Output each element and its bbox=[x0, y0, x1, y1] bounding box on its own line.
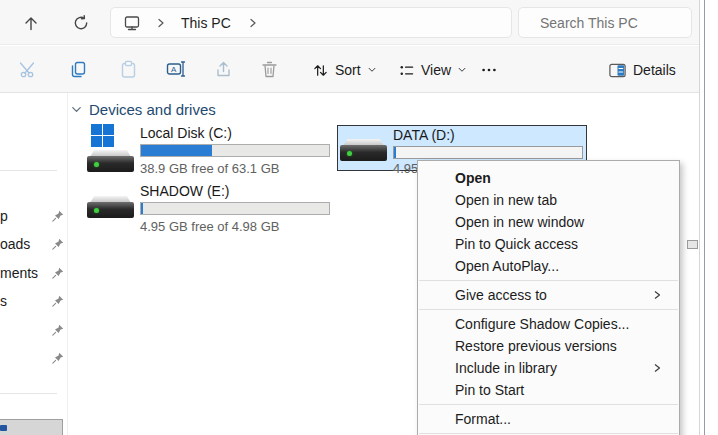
submenu-chevron-icon bbox=[651, 289, 663, 301]
group-header: Devices and drives bbox=[70, 101, 216, 118]
menu-item-open[interactable]: Open bbox=[418, 167, 679, 189]
monitor-icon bbox=[0, 425, 7, 431]
cut-button[interactable] bbox=[11, 52, 45, 86]
windows-logo-icon bbox=[91, 124, 114, 147]
up-button[interactable] bbox=[16, 8, 46, 38]
drive-size-text: 4.95 GB free of 4.98 GB bbox=[140, 219, 279, 234]
ellipsis-icon bbox=[480, 61, 498, 79]
search-input[interactable] bbox=[519, 15, 700, 31]
menu-item-restore-previous-versions[interactable]: Restore previous versions bbox=[418, 335, 679, 357]
sort-icon bbox=[312, 62, 329, 79]
rename-button[interactable]: A bbox=[159, 52, 193, 86]
breadcrumb-label: This PC bbox=[177, 15, 235, 31]
drive-name: SHADOW (E:) bbox=[140, 183, 229, 199]
refresh-icon bbox=[72, 14, 90, 32]
pin-icon bbox=[52, 267, 64, 279]
refresh-button[interactable] bbox=[66, 8, 96, 38]
details-pane-icon bbox=[608, 61, 627, 80]
drive-name: DATA (D:) bbox=[393, 127, 455, 143]
capacity-bar-fill bbox=[141, 203, 143, 214]
menu-item-pin-to-quick-access[interactable]: Pin to Quick access bbox=[418, 233, 679, 255]
address-bar: This PC bbox=[0, 0, 700, 45]
drive-size-text: 38.9 GB free of 63.1 GB bbox=[140, 161, 279, 176]
breadcrumb-chevron[interactable] bbox=[141, 8, 167, 37]
capacity-bar bbox=[140, 144, 330, 157]
menu-item-give-access-to[interactable]: Give access to bbox=[418, 284, 679, 306]
delete-button[interactable] bbox=[252, 52, 286, 86]
sort-button[interactable]: Sort bbox=[306, 54, 383, 86]
view-icon bbox=[398, 62, 415, 79]
view-button[interactable]: View bbox=[392, 54, 473, 86]
menu-item-pin-to-start[interactable]: Pin to Start bbox=[418, 379, 679, 401]
sidebar-item-pinned-6[interactable] bbox=[0, 346, 66, 370]
menu-separator bbox=[419, 404, 678, 405]
sidebar-item-label: oads bbox=[0, 236, 30, 252]
breadcrumb-item-this-pc[interactable]: This PC bbox=[167, 8, 235, 37]
paste-clipboard-icon bbox=[119, 60, 138, 79]
pin-icon bbox=[52, 238, 64, 250]
window-border bbox=[699, 0, 700, 435]
capacity-bar bbox=[393, 146, 583, 159]
share-icon bbox=[214, 60, 233, 79]
file-explorer-window: This PC bbox=[0, 0, 700, 435]
sidebar-item-label: ments bbox=[0, 265, 38, 281]
capacity-bar bbox=[140, 202, 330, 215]
navigation-pane: p oads ments s bbox=[0, 93, 68, 435]
capacity-bar-fill bbox=[141, 145, 212, 156]
group-header-label: Devices and drives bbox=[89, 101, 216, 118]
drive-icon bbox=[87, 124, 135, 172]
sidebar-divider bbox=[0, 393, 57, 394]
drive-icon bbox=[340, 126, 388, 174]
trash-icon bbox=[260, 60, 279, 79]
pin-icon bbox=[52, 210, 64, 222]
sidebar-item-pinned-1[interactable]: p bbox=[0, 204, 66, 228]
drive-tile-local-disk-c[interactable]: Local Disk (C:) 38.9 GB free of 63.1 GB bbox=[84, 123, 334, 171]
sidebar-item-label: p bbox=[0, 208, 8, 224]
submenu-chevron-icon bbox=[651, 362, 663, 374]
drive-tile-shadow-e[interactable]: SHADOW (E:) 4.95 GB free of 4.98 GB bbox=[84, 181, 334, 229]
menu-separator bbox=[419, 280, 678, 281]
sidebar-item-label: s bbox=[0, 293, 7, 309]
command-bar: A Sort View bbox=[0, 46, 700, 93]
paste-button[interactable] bbox=[111, 52, 145, 86]
vertical-scrollbar-thumb[interactable] bbox=[687, 240, 698, 249]
pin-icon bbox=[52, 352, 64, 364]
menu-separator bbox=[419, 309, 678, 310]
pin-icon bbox=[52, 324, 64, 336]
cut-scissors-icon bbox=[19, 60, 38, 79]
sort-label: Sort bbox=[335, 62, 361, 78]
rename-icon: A bbox=[166, 59, 186, 79]
drive-name: Local Disk (C:) bbox=[140, 125, 232, 141]
this-pc-icon-button[interactable] bbox=[111, 8, 141, 37]
menu-item-format[interactable]: Format... bbox=[418, 408, 679, 430]
breadcrumb-bar[interactable]: This PC bbox=[110, 7, 512, 38]
pin-icon bbox=[52, 295, 64, 307]
up-arrow-icon bbox=[22, 14, 40, 32]
details-label: Details bbox=[633, 62, 676, 78]
share-button[interactable] bbox=[206, 52, 240, 86]
menu-item-open-in-new-window[interactable]: Open in new window bbox=[418, 211, 679, 233]
sidebar-item-pinned-4[interactable]: s bbox=[0, 289, 66, 313]
more-options-button[interactable] bbox=[470, 54, 508, 86]
menu-item-open-in-new-tab[interactable]: Open in new tab bbox=[418, 189, 679, 211]
sidebar-item-pinned-5[interactable] bbox=[0, 318, 66, 342]
search-box[interactable] bbox=[518, 7, 692, 38]
capacity-bar-fill bbox=[394, 147, 396, 158]
menu-item-configure-shadow-copies[interactable]: Configure Shadow Copies... bbox=[418, 313, 679, 335]
chevron-down-icon bbox=[367, 65, 377, 75]
collapse-chevron-icon[interactable] bbox=[70, 103, 83, 116]
sidebar-divider bbox=[0, 170, 57, 171]
copy-button[interactable] bbox=[61, 52, 95, 86]
sidebar-item-pinned-3[interactable]: ments bbox=[0, 261, 66, 285]
window-border bbox=[704, 0, 705, 435]
view-label: View bbox=[421, 62, 451, 78]
details-pane-button[interactable]: Details bbox=[602, 54, 682, 86]
menu-item-include-in-library[interactable]: Include in library bbox=[418, 357, 679, 379]
breadcrumb-chevron[interactable] bbox=[235, 8, 259, 37]
menu-item-open-autoplay[interactable]: Open AutoPlay... bbox=[418, 255, 679, 277]
monitor-icon bbox=[123, 14, 141, 32]
sidebar-item-pinned-2[interactable]: oads bbox=[0, 232, 66, 256]
sidebar-item-this-pc-selected[interactable] bbox=[0, 419, 63, 435]
context-menu: Open Open in new tab Open in new window … bbox=[417, 160, 680, 435]
chevron-right-icon bbox=[155, 17, 167, 29]
